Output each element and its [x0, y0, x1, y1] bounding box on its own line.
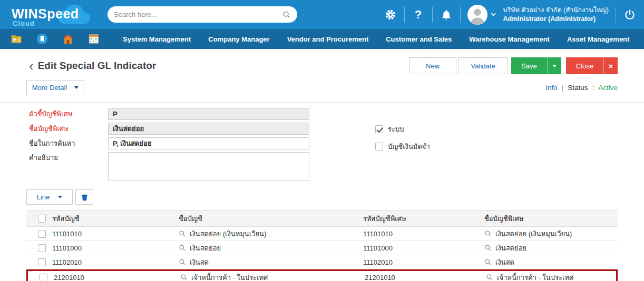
special-gl-code-cell: 11101010 — [361, 230, 482, 238]
toolbar-row: More Detail Info | Status : Active — [0, 74, 644, 103]
nav-item-asset-management[interactable]: Asset Management — [567, 35, 629, 43]
search-icon[interactable] — [484, 258, 492, 266]
more-detail-label: More Detail — [32, 84, 67, 92]
deposit-account-checkbox-row[interactable]: บัญชีเงินมัดจำ — [375, 141, 430, 152]
search-icon[interactable] — [179, 230, 186, 237]
app-window: WINSpeed Cloud ? — [0, 0, 644, 281]
back-button[interactable]: ‹ — [29, 61, 34, 71]
search-icon[interactable] — [180, 274, 188, 281]
status-cluster: Info | Status : Active — [545, 84, 618, 92]
special-gl-name-cell: เจ้าหนี้การค้า - ในประเทศ — [497, 272, 573, 281]
global-search[interactable] — [108, 6, 297, 23]
nav-item-vendor-procurement[interactable]: Vendor and Procurement — [287, 35, 369, 43]
search-icon[interactable] — [179, 258, 186, 266]
account-code-cell: 11101010 — [50, 230, 177, 238]
nav-item-company-manager[interactable]: Company Manager — [208, 35, 269, 43]
col-account-code: รหัสบัญชี — [50, 213, 177, 224]
table-row-highlighted[interactable]: 21201010 เจ้าหนี้การค้า - ในประเทศ 21201… — [26, 269, 618, 281]
special-gl-code-cell: 11101000 — [361, 244, 482, 252]
search-input[interactable] — [114, 11, 282, 18]
row-checkbox[interactable] — [38, 258, 46, 266]
caret-down-icon — [58, 196, 62, 198]
line-button-label: Line — [37, 193, 50, 201]
system-checkbox-row[interactable]: ระบบ — [375, 124, 430, 135]
notifications-bell-icon[interactable] — [440, 8, 453, 22]
caret-down-icon — [74, 86, 79, 89]
description-field[interactable] — [108, 152, 309, 180]
home-icon[interactable] — [62, 33, 74, 45]
save-dropdown-button[interactable] — [547, 57, 561, 74]
more-detail-button[interactable]: More Detail — [26, 80, 84, 95]
account-code-cell: 11101000 — [50, 244, 177, 252]
col-special-gl-code: รหัสบัญชีพิเศษ — [361, 213, 482, 224]
quick-launch-icons — [11, 33, 100, 45]
row-checkbox[interactable] — [40, 274, 47, 281]
user-info: บริษัท ตัวอย่าง จำกัด (สำนักงานใหญ่) Adm… — [503, 6, 609, 24]
table-header-row: รหัสบัญชี ชื่อบัญชี รหัสบัญชีพิเศษ ชื่อบ… — [26, 210, 618, 227]
nav-item-warehouse-management[interactable]: Warehouse Management — [469, 35, 550, 43]
special-gl-name-field[interactable] — [108, 123, 309, 135]
logout-power-icon[interactable] — [623, 8, 637, 22]
divider — [432, 7, 433, 23]
validate-button[interactable]: Validate — [458, 57, 508, 74]
recent-folder-icon[interactable] — [11, 33, 22, 45]
line-dropdown-button[interactable]: Line — [26, 189, 73, 205]
description-label: คำอธิบาย — [29, 152, 108, 163]
save-split-button: Save — [511, 57, 561, 74]
form-row: ชื่อบัญชีพิเศษ — [29, 123, 644, 135]
status-badge: Active — [598, 84, 618, 92]
search-icon[interactable] — [486, 274, 493, 281]
edit-form: ตัวชี้บัญชีพิเศษ ชื่อบัญชีพิเศษ ชื่อในกา… — [0, 103, 644, 180]
nav-item-customer-sales[interactable]: Customer and Sales — [386, 35, 452, 43]
delete-line-button[interactable] — [75, 189, 93, 205]
table-row[interactable]: 11101010 เงินสดย่อย (เงินหมุนเวียน) 1110… — [26, 227, 618, 241]
deposit-account-checkbox-label: บัญชีเงินมัดจำ — [388, 141, 430, 152]
divider — [404, 7, 405, 23]
close-button[interactable]: Close — [566, 57, 603, 74]
status-separator: | — [562, 84, 564, 92]
search-icon[interactable] — [179, 244, 186, 252]
form-row: คำอธิบาย — [29, 152, 644, 180]
form-row: ตัวชี้บัญชีพิเศษ — [29, 108, 644, 120]
form-row: ชื่อในการค้นหา — [29, 137, 644, 149]
settings-gear-icon[interactable] — [384, 8, 397, 22]
nav-item-system-management[interactable]: System Management — [123, 35, 191, 43]
select-all-checkbox[interactable] — [38, 215, 46, 223]
system-checkbox[interactable] — [375, 125, 383, 133]
new-button[interactable]: New — [409, 57, 456, 74]
row-checkbox[interactable] — [38, 230, 46, 238]
page-header-row: ‹ Edit Special GL Indicator New Validate… — [0, 49, 644, 74]
info-link[interactable]: Info — [545, 84, 558, 92]
search-icon[interactable] — [484, 230, 492, 237]
account-name-cell: เจ้าหนี้การค้า - ในประเทศ — [191, 272, 268, 281]
col-special-gl-name: ชื่อบัญชีพิเศษ — [482, 213, 618, 224]
user-role: Administrator (Administrator) — [503, 15, 609, 24]
special-gl-indicator-field[interactable] — [108, 108, 309, 120]
special-gl-code-cell: 11102010 — [361, 258, 482, 266]
search-name-field[interactable] — [108, 137, 309, 149]
search-icon[interactable] — [282, 11, 291, 19]
gl-accounts-table: รหัสบัญชี ชื่อบัญชี รหัสบัญชีพิเศษ ชื่อบ… — [26, 210, 618, 281]
user-menu[interactable]: บริษัท ตัวอย่าง จำกัด (สำนักงานใหญ่) Adm… — [467, 5, 609, 25]
deposit-account-checkbox[interactable] — [375, 143, 383, 150]
table-row[interactable]: 11102010 เงินสด 11102010 เงินสด — [26, 255, 618, 269]
line-toolbar: Line — [0, 183, 644, 209]
col-account-name: ชื่อบัญชี — [177, 213, 361, 224]
row-checkbox[interactable] — [38, 244, 46, 252]
special-gl-indicator-label: ตัวชี้บัญชีพิเศษ — [29, 108, 108, 119]
close-x-button[interactable]: × — [603, 57, 618, 74]
chevron-down-icon — [491, 13, 496, 16]
account-code-cell: 21201010 — [52, 274, 178, 281]
winspeed-logo[interactable]: WINSpeed Cloud — [11, 2, 94, 27]
special-gl-name-label: ชื่อบัญชีพิเศษ — [29, 123, 108, 134]
option-checkboxes: ระบบ บัญชีเงินมัดจำ — [375, 124, 430, 152]
calendar-icon[interactable] — [88, 33, 100, 45]
main-navigation-bar: System Management Company Manager Vendor… — [0, 29, 644, 49]
search-icon[interactable] — [484, 244, 492, 252]
help-icon[interactable]: ? — [412, 8, 425, 22]
divider — [616, 7, 616, 23]
save-button[interactable]: Save — [511, 57, 547, 74]
bookmark-icon[interactable] — [36, 33, 48, 45]
caret-down-icon — [552, 65, 557, 67]
table-row[interactable]: 11101000 เงินสดย่อย 11101000 เงินสดย่อย — [26, 241, 618, 255]
